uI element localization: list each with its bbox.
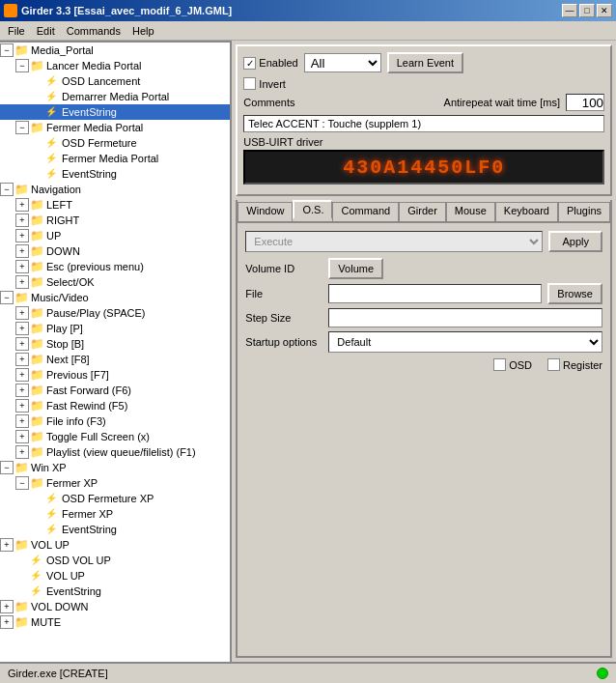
tree-item-down[interactable]: +📁DOWN [0, 243, 230, 259]
tab-keyboard[interactable]: Keyboard [495, 202, 558, 221]
tree-item-fermer_media_portal2[interactable]: ⚡Fermer Media Portal [0, 151, 230, 166]
learn-event-button[interactable]: Learn Event [387, 52, 463, 73]
close-button[interactable]: ✕ [597, 4, 612, 17]
tree-expand-vol_down[interactable]: + [0, 600, 14, 613]
tree-item-eventstring4[interactable]: ⚡EventString [0, 583, 230, 599]
menu-commands[interactable]: Commands [61, 23, 126, 39]
tree-expand-fermer_media_portal[interactable]: − [15, 121, 29, 134]
tree-expand-navigation[interactable]: − [0, 183, 14, 196]
menu-file[interactable]: File [2, 23, 31, 39]
tree-expand-stop[interactable]: + [15, 337, 29, 351]
tree-expand-music_video[interactable]: − [0, 291, 14, 304]
tree-item-music_video[interactable]: −📁Music/Video [0, 290, 230, 305]
tree-item-mute[interactable]: +📁MUTE [0, 614, 230, 630]
tree-label-demarrer_media_portal: Demarrer Media Portal [62, 91, 169, 102]
minimize-button[interactable]: — [562, 4, 577, 17]
invert-checkbox[interactable] [243, 77, 256, 90]
step-size-input[interactable] [328, 308, 602, 327]
tree-item-left[interactable]: +📁LEFT [0, 197, 230, 213]
tab-window[interactable]: Window [238, 202, 293, 221]
tree-expand-vol_up[interactable]: + [0, 538, 14, 552]
tree-item-file_info[interactable]: +📁File info (F3) [0, 413, 230, 429]
tree-item-right[interactable]: +📁RIGHT [0, 213, 230, 228]
enabled-checkbox-label[interactable]: ✓ Enabled [243, 57, 297, 70]
comments-input[interactable] [243, 115, 604, 132]
tree-expand-play[interactable]: + [15, 322, 29, 335]
apply-button[interactable]: Apply [548, 231, 602, 252]
tree-item-osd_fermeture[interactable]: ⚡OSD Fermeture [0, 135, 230, 151]
tree-item-navigation[interactable]: −📁Navigation [0, 182, 230, 197]
tree-expand-pause_play[interactable]: + [15, 306, 29, 320]
tree-expand-fermer_xp[interactable]: − [15, 476, 29, 490]
tree-item-esc[interactable]: +📁Esc (previous menu) [0, 259, 230, 274]
register-checkbox-row[interactable]: Register [547, 358, 602, 371]
tree-item-vol_up[interactable]: +📁VOL UP [0, 537, 230, 553]
tree-expand-playlist[interactable]: + [15, 445, 29, 459]
tab-girder[interactable]: Girder [399, 202, 446, 221]
register-checkbox[interactable] [547, 358, 560, 371]
browse-button[interactable]: Browse [547, 283, 602, 304]
tree-item-vol_down[interactable]: +📁VOL DOWN [0, 599, 230, 614]
tree-item-next[interactable]: +📁Next [F8] [0, 352, 230, 367]
tree-item-previous[interactable]: +📁Previous [F7] [0, 367, 230, 383]
tree-item-fermer_xp2[interactable]: ⚡Fermer XP [0, 506, 230, 522]
tab-plugins[interactable]: Plugins [558, 202, 610, 221]
execute-dropdown[interactable]: Execute [245, 231, 543, 252]
tab-o.s.[interactable]: O.S. [293, 200, 332, 219]
tree-item-osd_vol_up[interactable]: ⚡OSD VOL UP [0, 553, 230, 568]
tree-item-fermer_media_portal[interactable]: −📁Fermer Media Portal [0, 120, 230, 135]
tab-mouse[interactable]: Mouse [446, 202, 495, 221]
tree-item-eventstring2[interactable]: ⚡EventString [0, 166, 230, 182]
volume-button[interactable]: Volume [328, 258, 383, 279]
tree-item-vol_up2[interactable]: ⚡VOL UP [0, 568, 230, 583]
tree-item-osd_fermeture_xp[interactable]: ⚡OSD Fermeture XP [0, 491, 230, 506]
all-dropdown[interactable]: All [304, 53, 381, 72]
tree-expand-lancer_media_portal[interactable]: − [15, 59, 29, 72]
tree-expand-toggle_full[interactable]: + [15, 430, 29, 443]
invert-checkbox-label[interactable]: Invert [243, 77, 286, 90]
tree-expand-down[interactable]: + [15, 244, 29, 258]
tree-item-fermer_xp[interactable]: −📁Fermer XP [0, 475, 230, 491]
tree-item-stop[interactable]: +📁Stop [B] [0, 336, 230, 352]
comments-label: Comments [243, 97, 294, 108]
tree-expand-left[interactable]: + [15, 198, 29, 212]
tree-item-win_xp[interactable]: −📁Win XP [0, 460, 230, 475]
tree-expand-previous[interactable]: + [15, 368, 29, 382]
tree-expand-fast_rewind[interactable]: + [15, 399, 29, 413]
tree-item-media_portal[interactable]: −📁Media_Portal [0, 43, 230, 58]
tree-expand-media_portal[interactable]: − [0, 43, 14, 57]
tree-expand-mute[interactable]: + [0, 615, 14, 629]
tree-item-toggle_full[interactable]: +📁Toggle Full Screen (x) [0, 429, 230, 444]
menu-edit[interactable]: Edit [31, 23, 61, 39]
tree-item-osd_lancement[interactable]: ⚡OSD Lancement [0, 73, 230, 89]
antirepeat-input[interactable] [566, 94, 604, 111]
tree-item-fast_rewind[interactable]: +📁Fast Rewind (F5) [0, 398, 230, 413]
tree-expand-file_info[interactable]: + [15, 414, 29, 428]
osd-checkbox[interactable] [493, 358, 506, 371]
tree-expand-up[interactable]: + [15, 229, 29, 242]
menu-help[interactable]: Help [126, 23, 160, 39]
tree-expand-win_xp[interactable]: − [0, 461, 14, 474]
tree-item-demarrer_media_portal[interactable]: ⚡Demarrer Media Portal [0, 89, 230, 104]
tree-item-up[interactable]: +📁UP [0, 228, 230, 243]
enabled-checkbox[interactable]: ✓ [243, 57, 256, 70]
file-input[interactable] [328, 284, 542, 303]
tree-item-eventstring3[interactable]: ⚡EventString [0, 522, 230, 537]
enabled-label: Enabled [259, 57, 297, 69]
osd-checkbox-row[interactable]: OSD [493, 358, 532, 371]
tree-item-pause_play[interactable]: +📁Pause/Play (SPACE) [0, 305, 230, 321]
tab-command[interactable]: Command [332, 202, 399, 221]
maximize-button[interactable]: □ [579, 4, 595, 17]
tree-item-selectok[interactable]: +📁Select/OK [0, 274, 230, 290]
tree-expand-next[interactable]: + [15, 353, 29, 366]
tree-expand-selectok[interactable]: + [15, 275, 29, 289]
tree-expand-esc[interactable]: + [15, 260, 29, 273]
tree-item-eventstring1[interactable]: ⚡EventString [0, 104, 230, 120]
tree-item-playlist[interactable]: +📁Playlist (view queue/filelist) (F1) [0, 444, 230, 460]
startup-dropdown[interactable]: Default [328, 331, 602, 353]
tree-expand-fast_forward[interactable]: + [15, 384, 29, 397]
tree-item-play[interactable]: +📁Play [P] [0, 321, 230, 336]
tree-expand-right[interactable]: + [15, 213, 29, 227]
tree-item-lancer_media_portal[interactable]: −📁Lancer Media Portal [0, 58, 230, 73]
tree-item-fast_forward[interactable]: +📁Fast Forward (F6) [0, 383, 230, 398]
